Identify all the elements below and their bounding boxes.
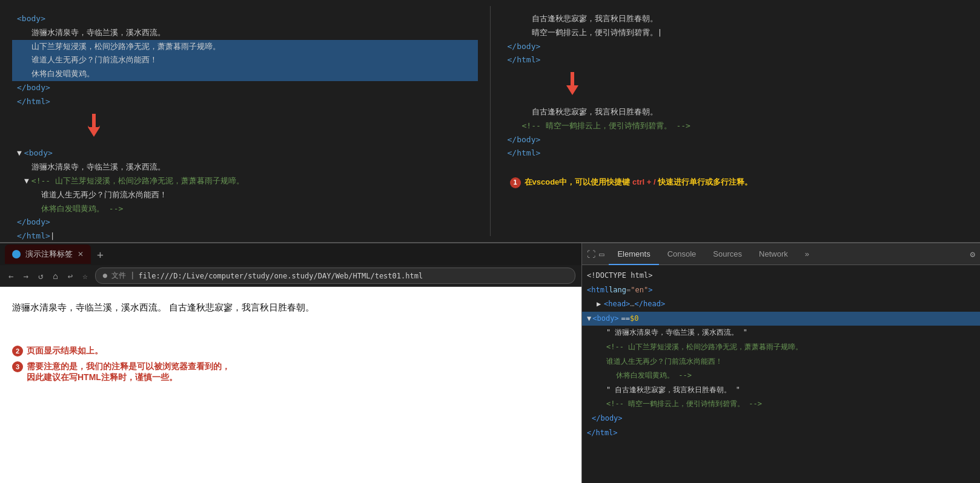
code-comment-r: <!-- 晴空一鹤排云上，便引诗情到碧霄。 --> [522,120,690,133]
tab-network[interactable]: Network [750,243,796,265]
code-text: 游骊水清泉寺，寺临兰溪，溪水西流。 [31,27,165,39]
dom-comment-cont-2: 休将白发唱黄鸡。 --> [582,369,980,383]
code-indent [17,42,31,51]
tab-sources[interactable]: Sources [704,243,750,265]
annotation-3-line1: 需要注意的是，我们的注释是可以被浏览器查看到的， [27,361,230,372]
code-line: </body> [503,133,968,147]
head-tag: <head> [604,298,630,311]
inspect-icon[interactable]: ⛶ [587,249,595,259]
dom-doctype: <!DOCTYPE html> [582,269,980,283]
dom-text-2: " 自古逢秋悲寂寥，我言秋日胜春朝。 " [582,383,980,398]
annotation-number-2: 2 [12,346,23,356]
code-comment2: 休将白发唱黄鸡。 --> [41,203,123,215]
reload-button[interactable]: ↺ [36,270,45,282]
url-protocol: ● 文件 | [103,271,135,281]
left-code-panel: <body> 游骊水清泉寺，寺临兰溪，溪水西流。 山下兰芽短浸溪，松间沙路净无泥… [0,6,491,236]
body-close-tag: </body> [592,412,623,426]
code-line-highlighted: 山下兰芽短浸溪，松间沙路净无泥，萧萧暮雨子规啼。 [12,40,478,54]
dom-html-close[interactable]: </html> [582,426,980,441]
code-line: 游骊水清泉寺，寺临兰溪，溪水西流。 [12,160,478,174]
comment-cont-2: 休将白发唱黄鸡。 --> [616,369,692,383]
dom-text-1: " 游骊水清泉寺，寺临兰溪，溪水西流。 " [582,326,980,340]
tab-console[interactable]: Console [659,243,705,265]
back-button[interactable]: ← [6,270,16,282]
left-before-arrow: <body> 游骊水清泉寺，寺临兰溪，溪水西流。 山下兰芽短浸溪，松间沙路净无泥… [12,12,478,109]
head-close: </head> [635,298,666,311]
code-indent [17,69,31,78]
bookmark-button[interactable]: ☆ [80,270,90,282]
annotation-3-container: 3 需要注意的是，我们的注释是可以被浏览器查看到的， 因此建议在写HTML注释时… [12,361,569,383]
devtools-tab-bar: ⛶ ▭ Elements Console Sources Network » ⚙ [582,243,980,265]
lang-attr: lang [609,284,626,297]
annotation-section: 2 页面显示结果如上。 3 需要注意的是，我们的注释是可以被浏览器查看到的， 因… [12,346,569,383]
tag-body-open2: <body> [24,147,53,160]
home-button[interactable]: ⌂ [50,270,60,282]
tag-html-close2: </html> [17,230,50,243]
code-line: 谁道人生无再少？门前流水尚能西！ [12,188,478,202]
code-line: <body> [12,12,478,26]
browser-content: 游骊水清泉寺，寺临兰溪，溪水西流。 自古逢秋悲寂寥，我言秋日胜春朝。 2 页面显… [0,287,581,483]
text-node-2: " 自古逢秋悲寂寥，我言秋日胜春朝。 " [606,384,740,397]
svg-marker-2 [88,127,100,137]
tab-more[interactable]: » [796,243,818,265]
code-text: 游骊水清泉寺，寺临兰溪，溪水西流。 [31,161,165,174]
right-after-arrow: 自古逢秋悲寂寥，我言秋日胜春朝。 <!-- 晴空一鹤排云上，便引诗情到碧霄。 -… [503,105,968,160]
browser-body-text: 游骊水清泉寺，寺临兰溪，溪水西流。 自古逢秋悲寂寥，我言秋日胜春朝。 [12,299,569,315]
tag-body-close2: </body> [17,216,50,229]
settings-icon[interactable]: ⚙ [970,249,975,259]
code-text: 自古逢秋悲寂寥，我言秋日胜春朝。 [532,13,658,25]
body-dollar-zero: $0 [630,312,638,326]
lang-value: "en" [631,284,648,297]
code-text: 休将白发唱黄鸡。 [31,69,94,78]
code-line: </html> [503,146,968,160]
tag-body-close: </body> [17,82,50,94]
annotation-text-1: 在vscode中，可以使用快捷键 ctrl + / 快速进行单行或多行注释。 [525,176,753,189]
undo-button[interactable]: ↩ [65,270,75,282]
arrow-down-left [12,114,478,142]
expand-head[interactable]: ▶ [597,298,604,311]
code-line: 自古逢秋悲寂寥，我言秋日胜春朝。 [503,12,968,26]
code-line: </html> [12,95,478,109]
code-line: 游骊水清泉寺，寺临兰溪，溪水西流。 [12,26,478,40]
browser-toolbar: ← → ↺ ⌂ ↩ ☆ ● 文件 | file:///D:/Live/compu… [0,265,581,287]
device-icon[interactable]: ▭ [599,249,604,259]
left-after-arrow: ▼ <body> 游骊水清泉寺，寺临兰溪，溪水西流。 ▼ <!-- 山下兰芽短浸… [12,146,478,243]
body-equals: == [621,312,630,326]
top-section: <body> 游骊水清泉寺，寺临兰溪，溪水西流。 山下兰芽短浸溪，松间沙路净无泥… [0,0,980,242]
tab-close-button[interactable]: ✕ [78,250,84,258]
url-path: file:///D:/Live/computer/study/one.study… [139,272,423,280]
shortcut-key: ctrl + / [632,177,656,186]
code-line: 休将白发唱黄鸡。 --> [12,202,478,216]
favicon-icon [12,250,21,258]
body-tag: <body> [592,312,618,326]
code-line: </html> [503,53,968,67]
code-text: 谁道人生无再少？门前流水尚能西！ [31,55,157,64]
dom-html[interactable]: <html lang = "en" > [582,283,980,298]
dom-body[interactable]: ▼ <body> == $0 [582,312,980,326]
forward-button[interactable]: → [21,270,30,282]
arrow-down-right [503,72,968,100]
devtools-icons-group: ⛶ ▭ [587,249,604,259]
tab-elements[interactable]: Elements [609,243,658,265]
browser-tab-active[interactable]: 演示注释标签 ✕ [5,245,91,264]
code-line: <!-- 晴空一鹤排云上，便引诗情到碧霄。 --> [503,119,968,133]
dom-comment-1: <!-- 山下兰芽短浸溪，松间沙路净无泥，萧萧暮雨子规啼。 [582,340,980,355]
dom-tree: <!DOCTYPE html> <html lang = "en" > ▶ <h… [582,265,980,483]
comment-node-2: <!-- 晴空一鹤排云上，便引诗情到碧霄。 --> [606,398,762,411]
dom-comment-2: <!-- 晴空一鹤排云上，便引诗情到碧霄。 --> [582,397,980,412]
svg-marker-4 [566,85,578,95]
fold-arrow2[interactable]: ▼ [24,175,29,188]
text-node-1: " 游骊水清泉寺，寺临兰溪，溪水西流。 " [606,326,747,340]
expand-body[interactable]: ▼ [587,312,591,326]
dom-head[interactable]: ▶ <head> … </head> [582,297,980,312]
address-bar[interactable]: ● 文件 | file:///D:/Live/computer/study/on… [95,268,575,284]
comment-node-1: <!-- 山下兰芽短浸溪，松间沙路净无泥，萧萧暮雨子规啼。 [606,341,803,354]
tab-add-button[interactable]: + [93,248,107,261]
annotation-1: 1 在vscode中，可以使用快捷键 ctrl + / 快速进行单行或多行注释。 [503,172,968,192]
fold-arrow[interactable]: ▼ [17,147,22,160]
cursor2: | [658,27,663,39]
annotation-3-text: 需要注意的是，我们的注释是可以被浏览器查看到的， 因此建议在写HTML注释时，谨… [27,361,230,383]
dom-body-close[interactable]: </body> [582,412,980,426]
browser-tab-bar: 演示注释标签 ✕ + [0,243,581,265]
code-indent [17,55,31,64]
